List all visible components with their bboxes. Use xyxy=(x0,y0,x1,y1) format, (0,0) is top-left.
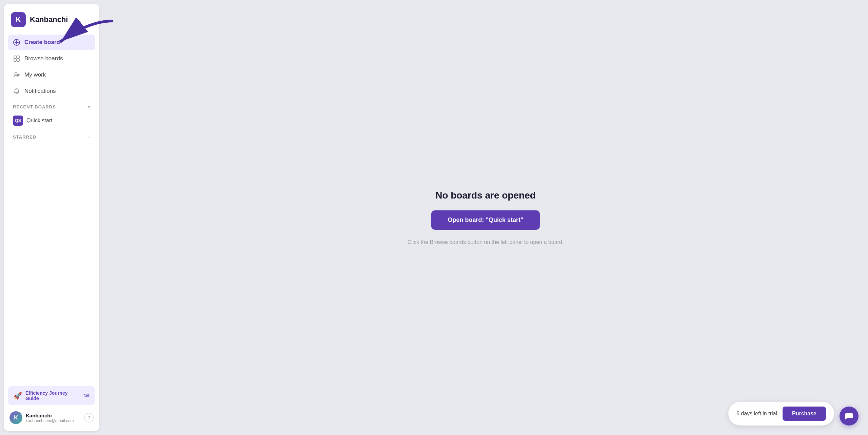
purchase-button[interactable]: Purchase xyxy=(783,407,826,421)
sidebar-header: K Kanbanchi xyxy=(4,4,99,33)
efficiency-guide[interactable]: 🚀 Efficiency Journey Guide 1/6 xyxy=(8,386,95,405)
plus-icon xyxy=(13,39,20,46)
starred-section[interactable]: STARRED › xyxy=(8,130,95,142)
sidebar-item-create-board[interactable]: Create board xyxy=(8,35,95,50)
starred-chevron: › xyxy=(88,135,90,140)
bell-icon xyxy=(13,87,20,95)
user-name: Kanbanchi xyxy=(26,413,81,418)
starred-label: STARRED xyxy=(13,134,36,140)
board-avatar-qs: QS xyxy=(13,116,23,126)
empty-state: No boards are opened Open board: "Quick … xyxy=(408,190,564,245)
create-board-label: Create board xyxy=(24,39,60,46)
rocket-icon: 🚀 xyxy=(14,392,22,400)
user-info: Kanbanchi kanbanchi.pm@gmail.com xyxy=(26,413,81,423)
efficiency-guide-label: Efficiency Journey Guide xyxy=(25,390,80,401)
svg-point-7 xyxy=(15,73,17,75)
board-icon xyxy=(13,55,20,62)
my-work-icon xyxy=(13,71,20,79)
app-title: Kanbanchi xyxy=(30,15,68,24)
svg-rect-6 xyxy=(17,59,19,61)
app-logo: K xyxy=(11,12,26,27)
sidebar: K Kanbanchi Create board xyxy=(4,4,99,431)
notifications-label: Notifications xyxy=(24,88,56,95)
recent-boards-chevron: ▾ xyxy=(88,105,90,109)
my-work-label: My work xyxy=(24,71,46,78)
svg-rect-4 xyxy=(17,56,19,58)
trial-bar: 6 days left in trial Purchase xyxy=(728,402,834,426)
sidebar-footer: 🚀 Efficiency Journey Guide 1/6 K Kanbanc… xyxy=(4,382,99,431)
user-email: kanbanchi.pm@gmail.com xyxy=(26,418,81,423)
recent-boards-section[interactable]: RECENT BOARDS ▾ xyxy=(8,100,95,112)
hint-text: Click the Browse boards button on the le… xyxy=(408,239,564,245)
chat-button[interactable] xyxy=(840,407,859,426)
empty-title: No boards are opened xyxy=(435,190,536,201)
svg-rect-5 xyxy=(14,59,16,61)
user-avatar: K xyxy=(9,411,22,424)
main-content: No boards are opened Open board: "Quick … xyxy=(103,0,868,435)
sidebar-nav: Create board Browse boards xyxy=(4,33,99,382)
trial-text: 6 days left in trial xyxy=(736,411,777,417)
user-row: K Kanbanchi kanbanchi.pm@gmail.com ? xyxy=(8,409,95,427)
efficiency-guide-progress: 1/6 xyxy=(84,393,90,398)
browse-boards-label: Browse boards xyxy=(24,55,63,62)
svg-rect-3 xyxy=(14,56,16,58)
sidebar-item-my-work[interactable]: My work xyxy=(8,67,95,83)
open-board-button[interactable]: Open board: "Quick start" xyxy=(431,210,539,230)
sidebar-item-browse-boards[interactable]: Browse boards xyxy=(8,51,95,66)
help-button[interactable]: ? xyxy=(84,413,94,422)
sidebar-item-notifications[interactable]: Notifications xyxy=(8,83,95,99)
recent-boards-label: RECENT BOARDS xyxy=(13,104,56,109)
board-item-quick-start[interactable]: QS Quick start xyxy=(8,112,95,129)
chat-icon xyxy=(845,412,853,420)
board-label-quick-start: Quick start xyxy=(26,118,52,124)
